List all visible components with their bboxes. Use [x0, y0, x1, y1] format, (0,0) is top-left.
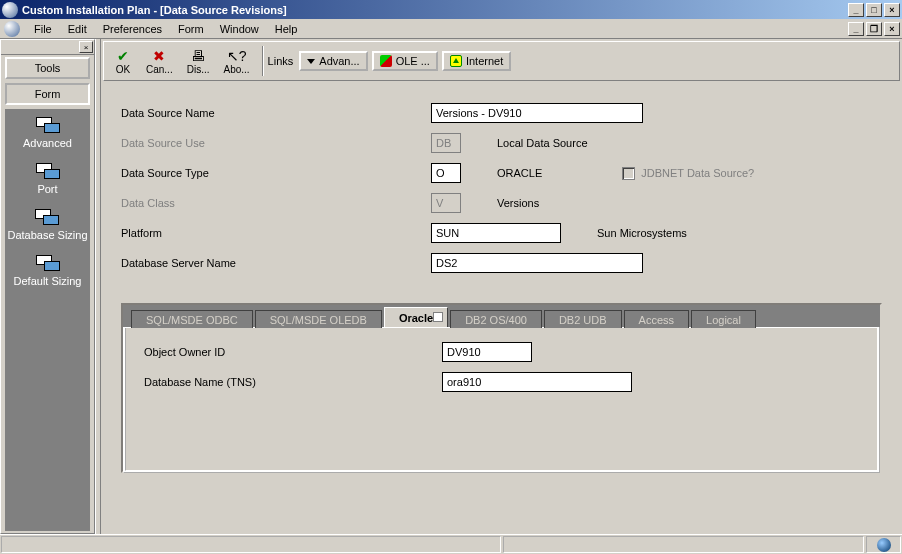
sidebar-tab-form[interactable]: Form — [5, 83, 90, 105]
label-db-tns: Database Name (TNS) — [144, 376, 442, 388]
tab-db2-udb[interactable]: DB2 UDB — [544, 310, 622, 328]
value-data-class-desc: Versions — [497, 197, 539, 209]
minimize-button[interactable]: _ — [848, 3, 864, 17]
value-platform-desc: Sun Microsystems — [597, 227, 687, 239]
sidebar-item-label: Database Sizing — [7, 229, 87, 241]
mdi-restore-button[interactable]: ❐ — [866, 22, 882, 36]
sidebar-item-label: Port — [37, 183, 57, 195]
tab-db2-os400[interactable]: DB2 OS/400 — [450, 310, 542, 328]
chevron-down-icon — [307, 59, 315, 64]
form-body: Data Source Name Data Source Use Local D… — [101, 83, 902, 534]
internet-button[interactable]: Internet — [442, 51, 511, 71]
cascade-icon — [36, 255, 60, 273]
mdi-app-icon[interactable] — [4, 21, 20, 37]
sidebar-item-label: Advanced — [23, 137, 72, 149]
status-cell-globe — [866, 536, 901, 553]
statusbar — [0, 534, 902, 554]
close-button[interactable]: × — [884, 3, 900, 17]
value-ds-use-desc: Local Data Source — [497, 137, 588, 149]
input-ds-type[interactable] — [431, 163, 461, 183]
status-cell-2 — [503, 536, 864, 553]
menubar: File Edit Preferences Form Window Help _… — [0, 19, 902, 39]
label-data-class: Data Class — [121, 197, 431, 209]
input-ds-name[interactable] — [431, 103, 643, 123]
sidebar-item-default-sizing[interactable]: Default Sizing — [14, 255, 82, 287]
cascade-icon — [35, 209, 59, 227]
tab-sql-odbc[interactable]: SQL/MSDE ODBC — [131, 310, 253, 328]
tab-panel-oracle: Object Owner ID Database Name (TNS) — [123, 327, 880, 473]
label-ds-name: Data Source Name — [121, 107, 431, 119]
checkbox-box-icon — [622, 167, 635, 180]
input-data-class — [431, 193, 461, 213]
mdi-close-button[interactable]: × — [884, 22, 900, 36]
about-icon: ↖? — [227, 48, 247, 64]
label-owner-id: Object Owner ID — [144, 346, 442, 358]
label-ds-type: Data Source Type — [121, 167, 431, 179]
toolbar-separator — [262, 46, 264, 76]
ole-icon — [380, 55, 392, 67]
display-button[interactable]: 🖶 Dis... — [181, 46, 216, 77]
value-ds-type-desc: ORACLE — [497, 167, 542, 179]
input-ds-use — [431, 133, 461, 153]
sidebar-close-button[interactable]: × — [79, 41, 93, 53]
sidebar-tab-tools[interactable]: Tools — [5, 57, 90, 79]
input-platform[interactable] — [431, 223, 561, 243]
tabset: SQL/MSDE ODBC SQL/MSDE OLEDB Oracle DB2 … — [121, 303, 882, 473]
sidebar-item-label: Default Sizing — [14, 275, 82, 287]
menu-window[interactable]: Window — [212, 21, 267, 37]
sidebar: × Tools Form Advanced Port Database Sizi… — [0, 39, 95, 534]
input-db-server[interactable] — [431, 253, 643, 273]
mdi-minimize-button[interactable]: _ — [848, 22, 864, 36]
menu-help[interactable]: Help — [267, 21, 306, 37]
content-panel: ✔ OK ✖ Can... 🖶 Dis... ↖? Abo... Links A… — [101, 39, 902, 534]
window-buttons: _ □ × — [846, 3, 900, 17]
ok-button[interactable]: ✔ OK — [108, 46, 138, 77]
tab-oracle[interactable]: Oracle — [384, 307, 448, 327]
cascade-icon — [36, 163, 60, 181]
sidebar-item-database-sizing[interactable]: Database Sizing — [7, 209, 87, 241]
x-icon: ✖ — [153, 48, 165, 64]
sidebar-body: Advanced Port Database Sizing Default Si… — [5, 109, 90, 531]
links-label: Links — [268, 55, 294, 67]
label-platform: Platform — [121, 227, 431, 239]
window-titlebar: Custom Installation Plan - [Data Source … — [0, 0, 902, 19]
menu-form[interactable]: Form — [170, 21, 212, 37]
maximize-button[interactable]: □ — [866, 3, 882, 17]
ole-button[interactable]: OLE ... — [372, 51, 438, 71]
label-db-server: Database Server Name — [121, 257, 431, 269]
status-cell-1 — [1, 536, 501, 553]
toolbar: ✔ OK ✖ Can... 🖶 Dis... ↖? Abo... Links A… — [103, 41, 900, 81]
globe-icon — [877, 538, 891, 552]
window-title: Custom Installation Plan - [Data Source … — [22, 4, 846, 16]
tab-access[interactable]: Access — [624, 310, 689, 328]
check-icon: ✔ — [117, 48, 129, 64]
cancel-button[interactable]: ✖ Can... — [140, 46, 179, 77]
input-db-tns[interactable] — [442, 372, 632, 392]
display-icon: 🖶 — [191, 48, 205, 64]
internet-icon — [450, 55, 462, 67]
cascade-icon — [36, 117, 60, 135]
about-button[interactable]: ↖? Abo... — [217, 46, 255, 77]
label-ds-use: Data Source Use — [121, 137, 431, 149]
sidebar-item-advanced[interactable]: Advanced — [23, 117, 72, 149]
checkbox-jdbnet: JDBNET Data Source? — [622, 167, 754, 180]
menu-file[interactable]: File — [26, 21, 60, 37]
tab-strip: SQL/MSDE ODBC SQL/MSDE OLEDB Oracle DB2 … — [123, 305, 880, 327]
input-owner-id[interactable] — [442, 342, 532, 362]
tab-logical[interactable]: Logical — [691, 310, 756, 328]
sidebar-item-port[interactable]: Port — [36, 163, 60, 195]
menu-edit[interactable]: Edit — [60, 21, 95, 37]
menu-preferences[interactable]: Preferences — [95, 21, 170, 37]
advan-button[interactable]: Advan... — [299, 51, 367, 71]
app-icon — [2, 2, 18, 18]
tab-sql-oledb[interactable]: SQL/MSDE OLEDB — [255, 310, 382, 328]
